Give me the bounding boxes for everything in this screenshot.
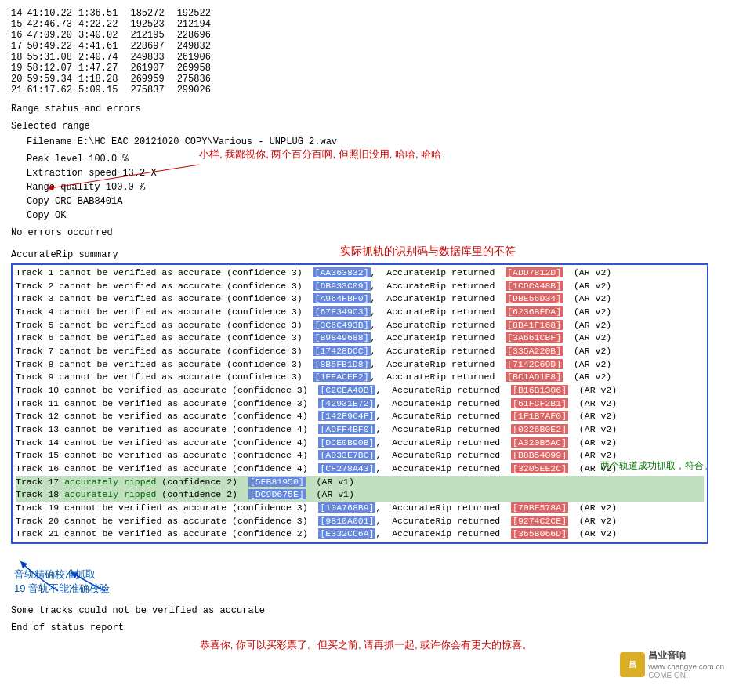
ar-track-row: Track 12 cannot be verified as accurate …	[16, 410, 704, 423]
footer-section: Some tracks could not be verified as acc…	[11, 604, 721, 652]
watermark-text-block: 昌业音响 www.changye.com.cn COME ON!	[648, 649, 724, 680]
track-time2: 4:41.61	[78, 41, 130, 52]
track-time1: 55:31.08	[27, 52, 78, 63]
track-time1: 41:10.22	[27, 8, 78, 19]
track-table-section: 14 41:10.22 1:36.51 185272 192522 15 42:…	[11, 8, 721, 96]
ar-track-row: Track 17 accurately ripped (confidence 2…	[16, 476, 704, 489]
track-size2: 269958	[177, 63, 217, 74]
track-size1: 212195	[130, 30, 176, 41]
track-size1: 275837	[130, 85, 176, 96]
track-size1: 261907	[130, 63, 176, 74]
track-size1: 192523	[130, 19, 176, 30]
not-verified-line: Some tracks could not be verified as acc…	[11, 604, 721, 618]
range-status-section: Range status and errors Selected range F…	[11, 102, 721, 240]
table-row: 16 47:09.20 3:40.02 212195 228696	[11, 30, 217, 41]
no-errors-line: No errors occurred	[11, 226, 721, 240]
track-time1: 59:59.34	[27, 74, 78, 85]
ar-main-annotation: 实际抓轨的识别码与数据库里的不符	[340, 245, 516, 259]
table-row: 19 58:12.07 1:47.27 261907 269958	[11, 63, 217, 74]
ar-track-row: Track 14 cannot be verified as accurate …	[16, 437, 704, 450]
track-size2: 261906	[177, 52, 217, 63]
track-num: 20	[11, 74, 27, 85]
ar-track-row: Track 3 cannot be verified as accurate (…	[16, 292, 704, 306]
ripped-annotation: 两个轨道成功抓取，符合。	[600, 459, 713, 473]
track-time2: 5:09.15	[78, 85, 130, 96]
main-container: 14 41:10.22 1:36.51 185272 192522 15 42:…	[0, 0, 732, 700]
track-time1: 47:09.20	[27, 30, 78, 41]
track-time2: 1:18.28	[78, 74, 130, 85]
track-time2: 1:47.27	[78, 63, 130, 74]
track-time2: 2:40.74	[78, 52, 130, 63]
track-num: 14	[11, 8, 27, 19]
ar-track-row: Track 18 accurately ripped (confidence 2…	[16, 488, 704, 502]
ar-track-row: Track 21 cannot be verified as accurate …	[16, 528, 704, 541]
table-row: 21 61:17.62 5:09.15 275837 299026	[11, 85, 217, 96]
track-num: 17	[11, 41, 27, 52]
track-size2: 299026	[177, 85, 217, 96]
copy-ok-line: Copy OK	[27, 209, 721, 223]
ar-track-row: Track 9 cannot be verified as accurate (…	[16, 371, 704, 384]
table-row: 20 59:59.34 1:18.28 269959 275836	[11, 74, 217, 85]
selected-range-label: Selected range	[11, 119, 721, 133]
watermark: 昌 昌业音响 www.changye.com.cn COME ON!	[620, 649, 724, 680]
track-num: 16	[11, 30, 27, 41]
table-row: 14 41:10.22 1:36.51 185272 192522	[11, 8, 217, 19]
ar-track-row: Track 4 cannot be verified as accurate (…	[16, 306, 704, 319]
svg-line-0	[50, 165, 199, 188]
watermark-url: www.changye.com.cn	[648, 662, 724, 671]
ar-summary-section: AccurateRip summary 实际抓轨的识别码与数据库里的不符 Tra…	[11, 248, 721, 596]
track-num: 19	[11, 63, 27, 74]
ar-track-row: Track 20 cannot be verified as accurate …	[16, 515, 704, 528]
track-size2: 192522	[177, 8, 217, 19]
table-row: 18 55:31.08 2:40.74 249833 261906	[11, 52, 217, 63]
track-num: 21	[11, 85, 27, 96]
track-num: 15	[11, 19, 27, 30]
table-row: 15 42:46.73 4:22.22 192523 212194	[11, 19, 217, 30]
track-size2: 249832	[177, 41, 217, 52]
range-status-title: Range status and errors	[11, 102, 721, 116]
chinese-bottom-note: 恭喜你, 你可以买彩票了。但买之前, 请再抓一起, 或许你会有更大的惊喜。	[11, 638, 721, 652]
bottom-arrows-svg	[11, 560, 246, 599]
track-time2: 3:40.02	[78, 30, 130, 41]
ar-track-row: Track 2 cannot be verified as accurate (…	[16, 280, 704, 293]
track-time1: 42:46.73	[27, 19, 78, 30]
ar-track-row: Track 1 cannot be verified as accurate (…	[16, 267, 704, 280]
watermark-logo: 昌	[620, 652, 645, 677]
annotation-top-text: 小样, 我鄙视你, 两个百分百啊, 但照旧没用, 哈哈, 哈哈	[199, 147, 441, 161]
watermark-company: 昌业音响	[648, 649, 724, 662]
track-time1: 61:17.62	[27, 85, 78, 96]
ar-rows-border: Track 1 cannot be verified as accurate (…	[11, 263, 708, 544]
track-table: 14 41:10.22 1:36.51 185272 192522 15 42:…	[11, 8, 217, 96]
track-size1: 269959	[130, 74, 176, 85]
annotation-arrow-svg	[42, 157, 215, 204]
track-size1: 249833	[130, 52, 176, 63]
ar-track-row: Track 8 cannot be verified as accurate (…	[16, 358, 704, 372]
ar-track-row: Track 11 cannot be verified as accurate …	[16, 397, 704, 411]
table-row: 17 50:49.22 4:41.61 228697 249832	[11, 41, 217, 52]
track-time1: 58:12.07	[27, 63, 78, 74]
ar-track-row: Track 5 cannot be verified as accurate (…	[16, 319, 704, 332]
track-time2: 4:22.22	[78, 19, 130, 30]
ar-track-row: Track 13 cannot be verified as accurate …	[16, 423, 704, 437]
watermark-slogan: COME ON!	[648, 671, 724, 680]
ar-track-row: Track 10 cannot be verified as accurate …	[16, 384, 704, 397]
track-size2: 212194	[177, 19, 217, 30]
track-size1: 185272	[130, 8, 176, 19]
ar-track-row: Track 6 cannot be verified as accurate (…	[16, 332, 704, 345]
track-time2: 1:36.51	[78, 8, 130, 19]
bottom-annotations: 音轨精确校准抓取 19 音轨不能准确校验	[11, 568, 721, 596]
track-num: 18	[11, 52, 27, 63]
track-time1: 50:49.22	[27, 41, 78, 52]
end-status-line: End of status report	[11, 621, 721, 635]
track-size2: 275836	[177, 74, 217, 85]
ar-track-row: Track 7 cannot be verified as accurate (…	[16, 345, 704, 358]
track-size2: 228696	[177, 30, 217, 41]
track-size1: 228697	[130, 41, 176, 52]
ar-track-row: Track 19 cannot be verified as accurate …	[16, 502, 704, 515]
